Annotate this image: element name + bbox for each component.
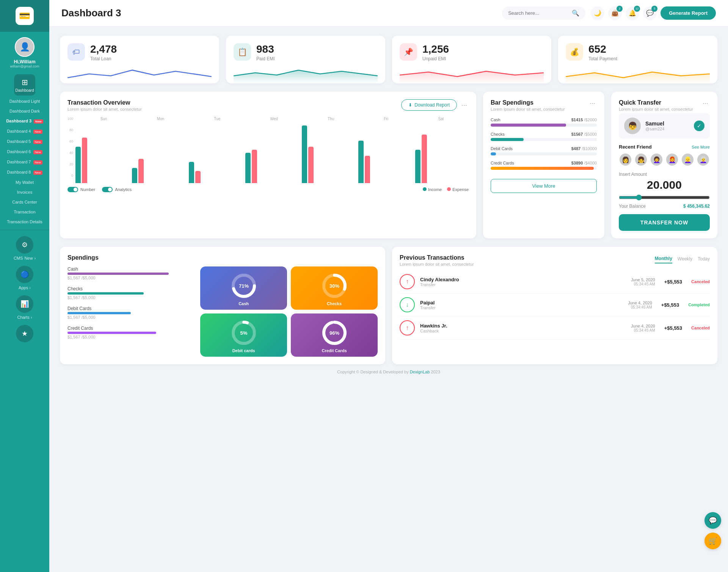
page-content: 🏷 2,478 Total Loan 📋 983 bbox=[49, 27, 728, 386]
unpaid-emi-label: Unpaid EMI bbox=[422, 56, 449, 61]
view-more-button[interactable]: View More bbox=[491, 179, 597, 193]
analytics-legend: Analytics bbox=[115, 187, 132, 192]
spending-list: Cash $1,567 /$5,000 Checks $1,567 /$5,00… bbox=[67, 266, 194, 357]
sidebar-item-dashboard4[interactable]: Dashboard 4 New bbox=[0, 126, 49, 136]
tab-monthly[interactable]: Monthly bbox=[655, 254, 672, 263]
transaction-overview-menu-button[interactable]: ··· bbox=[460, 101, 469, 109]
sidebar-item-dashboard3[interactable]: Dashboard 3 New bbox=[0, 116, 49, 126]
fav-icon-btn[interactable]: ★ bbox=[16, 325, 33, 342]
tx-name-2: Paipal bbox=[420, 300, 436, 306]
apps-icon-btn[interactable]: 🔵 bbox=[16, 266, 33, 283]
spending-list-checks-bar bbox=[67, 292, 144, 295]
sidebar-item-dashboard7[interactable]: Dashboard 7 New bbox=[0, 157, 49, 167]
chart-x-labels: SunMonTueWedThuFriSat bbox=[75, 117, 469, 121]
sidebar-item-mywallet[interactable]: My Wallet bbox=[0, 177, 49, 187]
generate-report-button[interactable]: Generate Report bbox=[661, 6, 716, 20]
sidebar-item-invoices[interactable]: Invoices bbox=[0, 187, 49, 197]
tx-amount-3: +$5,553 bbox=[664, 325, 682, 331]
cms-label[interactable]: CMS New › bbox=[14, 256, 36, 260]
friend-avatar-3[interactable]: 👩‍🦱 bbox=[650, 153, 663, 166]
sidebar-item-transaction[interactable]: Transaction bbox=[0, 207, 49, 217]
income-legend: Income bbox=[428, 187, 442, 192]
transaction-overview-subtitle: Lorem ipsum dolor sit amet, consectetur bbox=[67, 107, 142, 111]
see-more-link[interactable]: See More bbox=[692, 145, 710, 149]
debit-amount: $487 /$10000 bbox=[571, 146, 597, 151]
bell-icon-btn[interactable]: 🔔12 bbox=[626, 6, 639, 20]
total-payment-value: 652 bbox=[588, 43, 617, 55]
avatar: 👤 bbox=[15, 37, 35, 57]
svg-marker-0 bbox=[234, 70, 378, 83]
amount-display: 20.000 bbox=[619, 179, 710, 191]
spending-list-debit: Debit Cards $1,567 /$5,000 bbox=[67, 306, 194, 320]
transaction-overview-title: Transaction Overview bbox=[67, 99, 142, 106]
bar-spendings-menu-button[interactable]: ··· bbox=[588, 99, 597, 107]
download-btn-label: Download Report bbox=[414, 102, 450, 108]
tx-name-3: Hawkins Jr. bbox=[420, 323, 447, 329]
search-input[interactable] bbox=[508, 10, 569, 16]
spending-list-checks: Checks $1,567 /$5,000 bbox=[67, 286, 194, 300]
bar-spendings-title: Bar Spendings bbox=[491, 99, 565, 106]
float-support-button[interactable]: 💬 bbox=[704, 512, 721, 529]
bell-badge: 12 bbox=[634, 6, 640, 12]
friend-avatars: 👩 👧 👩‍🦱 👩‍🦰 👱‍♀️ 👩‍🦳 bbox=[619, 153, 710, 166]
footer-text: Copyright © Designed & Developed by bbox=[337, 370, 409, 374]
download-report-button[interactable]: ⬇ Download Report bbox=[401, 99, 457, 111]
cash-progress bbox=[491, 124, 566, 127]
charts-label[interactable]: Charts › bbox=[17, 315, 32, 320]
chat-icon-btn[interactable]: 💬5 bbox=[643, 6, 657, 20]
apps-label[interactable]: Apps › bbox=[19, 285, 31, 290]
spending-list-cash: Cash $1,567 /$5,000 bbox=[67, 266, 194, 280]
sidebar-item-dashboard5[interactable]: Dashboard 5 New bbox=[0, 136, 49, 147]
tx-status-1: Canceled bbox=[691, 279, 710, 284]
search-icon[interactable]: 🔍 bbox=[572, 9, 579, 17]
prev-transactions-tabs: Monthly Weekly Today bbox=[655, 254, 710, 263]
spendings-main: Cash $1,567 /$5,000 Checks $1,567 /$5,00… bbox=[67, 266, 378, 357]
quick-transfer-subtitle: Lorem ipsum dolor sit amet, consectetur bbox=[619, 107, 693, 111]
float-cart-button[interactable]: 🛒 bbox=[704, 533, 721, 549]
spending-list-checks-label: Checks bbox=[67, 286, 194, 291]
sidebar-item-transactiondetails[interactable]: Transaction Details bbox=[0, 217, 49, 227]
dashboard-nav-btn[interactable]: ⊞ Dashboard bbox=[14, 74, 35, 96]
tab-weekly[interactable]: Weekly bbox=[678, 255, 692, 263]
sidebar-bottom-section: ⚙ CMS New › 🔵 Apps › 📊 Charts › ★ bbox=[0, 230, 49, 345]
tx-type-2: Transfer bbox=[420, 306, 436, 310]
quick-transfer-menu-button[interactable]: ··· bbox=[701, 99, 710, 107]
moon-icon-btn[interactable]: 🌙 bbox=[591, 6, 604, 20]
paid-emi-value: 983 bbox=[256, 43, 275, 55]
donut-debit-label: Debit cards bbox=[232, 348, 255, 353]
friend-avatar-4[interactable]: 👩‍🦰 bbox=[665, 153, 679, 166]
bag-icon-btn[interactable]: 👜2 bbox=[608, 6, 622, 20]
amount-slider[interactable] bbox=[619, 194, 710, 201]
quick-transfer-card: Quick Transfer Lorem ipsum dolor sit ame… bbox=[611, 92, 717, 238]
dashboard-nav-label: Dashboard bbox=[16, 88, 34, 92]
transaction-item-2: ↓ Paipal Transfer June 4, 2020 05:34:45 … bbox=[400, 293, 710, 317]
spendings-title: Spendings bbox=[67, 254, 378, 261]
sidebar-logo: 💳 bbox=[0, 0, 49, 32]
recent-friend-title: Recent Friend bbox=[619, 144, 652, 150]
tx-status-2: Completed bbox=[688, 302, 710, 307]
stat-cards-row: 🏷 2,478 Total Loan 📋 983 bbox=[60, 36, 717, 83]
sidebar-item-dashboard-light[interactable]: Dashboard Light bbox=[0, 96, 49, 106]
cms-icon-btn[interactable]: ⚙ bbox=[16, 236, 33, 254]
tx-icon-2: ↓ bbox=[400, 297, 415, 312]
sidebar-item-cardscenter[interactable]: Cards Center bbox=[0, 197, 49, 207]
sidebar-item-dashboard6[interactable]: Dashboard 6 New bbox=[0, 147, 49, 157]
transaction-item-3: ↑ Hawkins Jr. Cashback June 4, 2020 05:3… bbox=[400, 317, 710, 340]
tab-today[interactable]: Today bbox=[698, 255, 710, 263]
friend-avatar-5[interactable]: 👱‍♀️ bbox=[681, 153, 694, 166]
footer-brand-link[interactable]: DexignLab bbox=[410, 370, 430, 374]
transfer-now-button[interactable]: TRANSFER NOW bbox=[619, 214, 710, 231]
friend-avatar-1[interactable]: 👩 bbox=[619, 153, 632, 166]
friend-avatar-2[interactable]: 👧 bbox=[634, 153, 648, 166]
sidebar-item-dashboard-dark[interactable]: Dashboard Dark bbox=[0, 106, 49, 116]
charts-icon-btn[interactable]: 📊 bbox=[16, 295, 33, 313]
sidebar-item-dashboard8[interactable]: Dashboard 8 New bbox=[0, 167, 49, 177]
donut-card-debit: 5% Debit cards bbox=[200, 313, 287, 357]
transaction-list: ↑ Cindy Alexandro Transfer June 5, 2020 … bbox=[400, 270, 710, 340]
chart-legend: Number Analytics Income Expense bbox=[67, 187, 469, 192]
nav-list: Dashboard Light Dashboard Dark Dashboard… bbox=[0, 96, 49, 227]
spending-list-debit-label: Debit Cards bbox=[67, 306, 194, 311]
spending-item-cash: Cash $1415 /$2000 bbox=[491, 118, 597, 127]
friend-avatar-6[interactable]: 👩‍🦳 bbox=[697, 153, 710, 166]
donut-grid: 71% Cash 30% Checks bbox=[200, 266, 378, 357]
